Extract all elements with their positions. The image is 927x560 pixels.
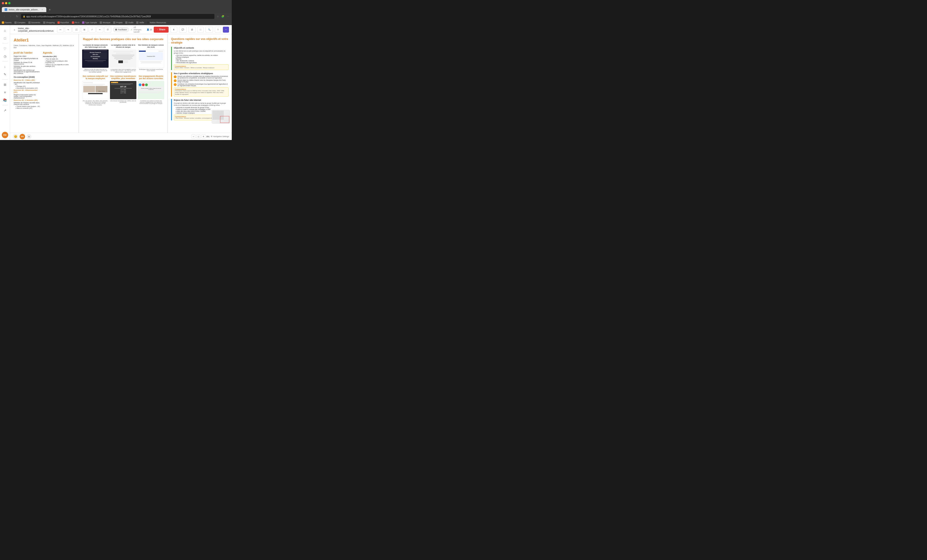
bp-col-axa: Des histoires de marques comme des récit… <box>138 44 164 73</box>
safran-caption: Une lecture immédiate des chiffres clés … <box>110 100 137 103</box>
menu-icon[interactable]: ⋯ <box>226 14 230 18</box>
tab-title: invivo_site-corporate_arbore... <box>9 8 40 11</box>
orientations-annotation-label: Commentaires <box>175 88 227 90</box>
main-content: ⌂ □ ♡ ◷ ↓ ✎ ⊞ ≡ 📚 ↗ EM ‹ invivo_site-cor… <box>0 25 232 140</box>
undo-button[interactable]: ↩ <box>57 27 64 33</box>
num-badge-3: 3 <box>174 83 176 86</box>
reload-button[interactable]: ↻ <box>15 14 20 19</box>
bookmark-notion[interactable]: Notion Resources <box>147 21 166 24</box>
new-tab-button[interactable]: + <box>47 7 52 12</box>
settings-icon: ⚙ <box>211 135 212 138</box>
zoom-out-button[interactable]: − <box>191 135 196 139</box>
download-button[interactable]: ⬇ <box>170 27 177 33</box>
sidebar-table-icon[interactable]: ≡ <box>2 89 9 96</box>
qr-obj-item5: • Rémunération des agriculteurs <box>176 62 229 64</box>
mural-toolbar: ‹ invivo_site-corporate_arborescence&con… <box>10 25 232 34</box>
bookmark-projets-icon <box>113 21 115 24</box>
bp-title: Rappel des bonnes pratiques clés sur les… <box>82 37 164 41</box>
active-tab[interactable]: invivo_site-corporate_arbore... × <box>2 7 46 12</box>
timer-button[interactable]: ⏱ <box>104 27 111 33</box>
close-button[interactable] <box>2 2 4 5</box>
qr-section-orientations: Nos 3 grandes orientations stratégiques … <box>171 72 229 96</box>
bookmark-veille[interactable]: Veille <box>136 21 144 24</box>
qr-obj-item1: • Qui nous sommes aujourd'hui, clarifier… <box>176 55 229 56</box>
extensions-icon[interactable]: 🧩 <box>221 14 225 18</box>
sidebar-grid-icon[interactable]: ⊞ <box>2 81 9 88</box>
sidebar-divider-1 <box>2 43 8 44</box>
bookmark-razorfish[interactable]: Razorfish <box>58 21 69 24</box>
facilitator-button[interactable]: Facilitator <box>113 27 129 32</box>
user-avatar-em[interactable]: EM <box>20 134 25 139</box>
workshop-objectif-col: jectif de l'atelier Rappel des cibles Dé… <box>14 51 40 109</box>
objectifs-annotation: Commentaires Raison d'être / missions · … <box>174 64 229 70</box>
mural-main: ‹ invivo_site-corporate_arborescence&con… <box>10 25 232 140</box>
sidebar-home-icon[interactable]: ⌂ <box>2 27 9 34</box>
sidebar-export-icon[interactable]: ↗ <box>2 107 9 114</box>
redo-button[interactable]: ↪ <box>65 27 71 33</box>
qr-section-objectifs: Objectifs et contexte Le site internet e… <box>171 47 229 70</box>
mention-button[interactable]: @ <box>188 27 196 33</box>
bookmark-souvenirs[interactable]: Souvenirs <box>28 21 40 24</box>
bookmark-icon[interactable]: ☆ <box>216 14 220 18</box>
emoji-reaction-button[interactable]: 😊 <box>13 134 18 139</box>
zoom-reset-button[interactable]: ○ <box>196 135 201 139</box>
comment-button[interactable]: 💬 <box>179 27 187 33</box>
sidebar-edit-icon[interactable]: ✎ <box>2 71 9 78</box>
bookmark-notion-label: Notion Resources <box>150 21 166 24</box>
bookmark-outils-label: Outils <box>128 21 134 24</box>
canvas-area[interactable]: Atelier1 Claire, Constance, Valentine, C… <box>10 34 232 133</box>
orient-text-2: Devenir dans les métiers d'avenir créer … <box>178 79 229 82</box>
bp-col-kering: Des contenus extensifs sur la marque emp… <box>82 75 109 106</box>
ex2-title: Exercice 02 : Arborescence (15') <box>14 89 40 93</box>
frame-button[interactable]: ⬜ <box>73 27 80 33</box>
sidebar-clock-icon[interactable]: ◷ <box>2 53 9 60</box>
users-count: 10 <box>150 29 152 31</box>
mural-left-sidebar: ⌂ □ ♡ ◷ ↓ ✎ ⊞ ≡ 📚 ↗ EM <box>0 25 10 140</box>
sidebar-book-icon[interactable]: 📚 <box>2 96 9 104</box>
obj-item-1: Rappel des cibles <box>14 55 40 57</box>
sidebar-avatar[interactable]: EM <box>2 132 8 138</box>
navigation-settings[interactable]: ⚙ Navigation Settings <box>211 135 229 138</box>
draw-button[interactable]: ✏ <box>96 27 103 33</box>
plus-button[interactable]: + <box>223 27 229 33</box>
bookmark-pinit[interactable]: Pin it <box>72 21 79 24</box>
ex3-title: Exercice 03 : L'histoire (35') <box>14 99 40 101</box>
outline-button[interactable]: □ <box>197 27 204 33</box>
bookmark-veille-label: Veille <box>139 21 144 24</box>
bp-col-carrefour: Des engagements illustrés par des action… <box>138 75 164 106</box>
minimize-button[interactable] <box>5 2 7 5</box>
obj-item-2: Définition de l'objectif prioritaire de … <box>14 58 40 61</box>
toolbar-back-button[interactable]: ‹ <box>13 27 16 32</box>
forward-button[interactable]: › <box>8 14 13 19</box>
share-button[interactable]: ↑ Share <box>154 27 169 33</box>
bookmark-projets[interactable]: Projets <box>113 21 123 24</box>
sidebar-heart-icon[interactable]: ♡ <box>2 45 9 52</box>
zoom-in-button[interactable]: + <box>201 135 205 139</box>
bookmark-favoris[interactable]: Favoris <box>2 21 12 24</box>
bookmark-typesample[interactable]: Type Sample <box>82 21 97 24</box>
saved-checkmark: ✓ <box>131 29 132 31</box>
tab-close-button[interactable]: × <box>41 8 44 11</box>
maximize-button[interactable] <box>8 2 11 5</box>
bookmark-outils[interactable]: Outils <box>125 21 134 24</box>
bookmark-comptes[interactable]: Comptes <box>14 21 26 24</box>
check-button[interactable]: ✓ <box>89 27 96 33</box>
address-bar[interactable]: 🔒 app.mural.co/t/publicissapient7269/m/p… <box>21 14 214 19</box>
sidebar-download-icon[interactable]: ↓ <box>2 63 9 70</box>
stellantis-visual: Driving Toward ANew EraOf SustainableMob… <box>82 50 109 62</box>
add-participant-button[interactable]: + <box>26 134 32 139</box>
ex1-sub2: • Discussion et priorisation (10') <box>15 87 40 89</box>
help-button[interactable]: ? <box>215 27 221 33</box>
mock-hero: Driving Toward ANew EraOf SustainableMob… <box>84 52 107 59</box>
sidebar-note-icon[interactable]: □ <box>2 35 9 42</box>
users-button[interactable]: 👤 10 <box>147 29 152 31</box>
saved-label: All changes saved! <box>134 26 143 33</box>
bookmark-musique[interactable]: Musique <box>100 21 110 24</box>
mini-map-content <box>212 110 230 123</box>
zoom-level: 8% <box>207 135 210 138</box>
bp-row-1: La mission de marque annoncée dès l'atte… <box>82 44 164 73</box>
zoom-search-button[interactable]: 🔍 <box>205 27 213 33</box>
bookmark-shopping[interactable]: Shopping <box>43 21 55 24</box>
back-button[interactable]: ‹ <box>2 14 7 19</box>
grid-button[interactable]: ⊞ <box>81 27 88 33</box>
